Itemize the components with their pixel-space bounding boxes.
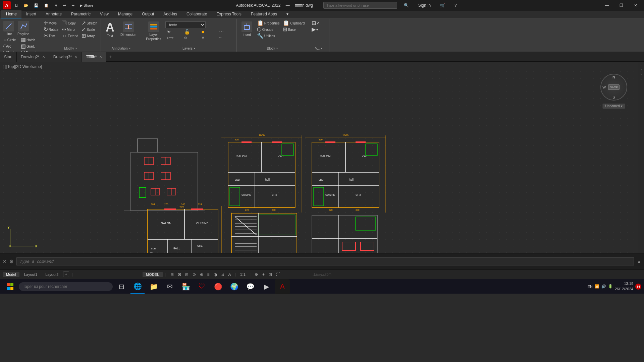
panel-arrow-2[interactable]: › <box>641 68 642 71</box>
taskbar-search[interactable] <box>19 282 113 291</box>
cmd-close-btn[interactable]: ✕ <box>3 259 7 264</box>
doc-tab-add[interactable]: + <box>106 54 115 60</box>
insert-btn[interactable]: Insert <box>239 20 255 38</box>
move-btn[interactable]: ✛Move <box>42 20 60 26</box>
tab-more[interactable]: ▾ <box>282 10 293 18</box>
tab-view[interactable]: View <box>95 10 113 18</box>
tab-collaborate[interactable]: Collaborate <box>182 10 212 18</box>
scale-btn[interactable]: ⤢Scale <box>80 26 99 33</box>
annotation-group-label[interactable]: Annotation ▾ <box>110 46 132 51</box>
panel-arrow-1[interactable]: › <box>641 63 642 67</box>
tab-insert[interactable]: Insert <box>21 10 41 18</box>
view-group-label[interactable]: V... ▾ <box>314 46 324 51</box>
copy-btn[interactable]: ⿻Copy <box>60 20 79 26</box>
groups-btn[interactable]: ⬡Groups <box>256 26 281 33</box>
base-btn[interactable]: ⊠Base <box>281 26 306 33</box>
taskbar-app1[interactable]: ▶ <box>259 279 274 294</box>
doc-tab-start[interactable]: Start <box>0 52 17 62</box>
scale-icon[interactable]: 1:1 <box>238 272 247 278</box>
panel-arrow-4[interactable]: › <box>641 77 642 81</box>
plot-btn[interactable]: 🖨 <box>53 3 59 8</box>
annotation-group-arrow[interactable]: ▾ <box>129 47 130 50</box>
trim-btn[interactable]: ✂Trim <box>42 33 60 39</box>
tab-expresstools[interactable]: Express Tools <box>212 10 246 18</box>
signin-btn[interactable]: Sign In <box>416 2 433 9</box>
mirror-btn[interactable]: ⇔Mirror <box>60 26 79 33</box>
utilities-btn[interactable]: 🔧Utilities <box>256 33 281 39</box>
layer-freeze2-btn[interactable]: ❄ <box>200 36 217 40</box>
undo-btn[interactable]: ↩ <box>62 3 67 8</box>
snap-icon[interactable]: ⊠ <box>176 272 182 278</box>
layout2-tab[interactable]: Layout2 <box>42 272 62 277</box>
layer-isolate-btn[interactable]: ⊙ <box>183 36 200 40</box>
layers-group-label[interactable]: Layers ▾ <box>181 46 197 51</box>
taskbar-battery[interactable]: 🔋 <box>608 284 613 289</box>
extend-btn[interactable]: ↔Extend <box>60 33 79 39</box>
modify-group-label[interactable]: Modify ▾ <box>63 46 78 51</box>
taskbar-mail[interactable]: ✉ <box>162 279 177 294</box>
transparency-icon[interactable]: ◑ <box>212 272 218 278</box>
ortho-icon[interactable]: ⊟ <box>184 272 190 278</box>
polar-icon[interactable]: ⊙ <box>191 272 197 278</box>
gradient-btn[interactable]: ▨ Grad. <box>19 43 38 49</box>
add-layout-btn[interactable]: + <box>63 272 69 277</box>
rotate-btn[interactable]: ↻Rotate <box>42 26 60 33</box>
line-btn[interactable]: Line <box>2 20 15 37</box>
layer-select[interactable]: texte <box>165 21 206 28</box>
close-active[interactable]: ✕ <box>99 55 102 59</box>
select-icon[interactable]: ⊿ <box>220 272 226 278</box>
save-btn[interactable]: 💾 <box>33 3 40 8</box>
cmd-arrow-btn[interactable]: ▲ <box>637 259 641 264</box>
minimize-btn[interactable]: — <box>601 1 613 10</box>
model-tab[interactable]: Model <box>3 272 19 277</box>
taskbar-browser2[interactable]: 🌍 <box>227 279 241 294</box>
close-drawing2[interactable]: ✕ <box>42 55 45 59</box>
grid-icon[interactable]: ⊞ <box>169 272 175 278</box>
circle-btn[interactable]: ○ Circle <box>2 37 19 43</box>
search-input[interactable] <box>323 2 397 9</box>
restore-btn[interactable]: ❐ <box>615 1 627 10</box>
taskbar-clock[interactable]: 13:19 26/12/2024 <box>615 281 633 292</box>
taskbar-acad[interactable]: A <box>275 279 290 294</box>
compass-back-btn[interactable]: BACK <box>608 84 620 90</box>
tab-featuredapps[interactable]: Featured Apps <box>246 10 282 18</box>
tab-addins[interactable]: Add-ins <box>159 10 182 18</box>
layout1-tab[interactable]: Layout1 <box>21 272 41 277</box>
taskbar-network[interactable]: 📶 <box>595 284 599 289</box>
view-btn1[interactable]: ⊟V... <box>310 20 327 26</box>
taskbar-sound[interactable]: 🔊 <box>601 284 606 289</box>
lineweight-icon[interactable]: ≡ <box>206 272 211 278</box>
taskbar-edge[interactable]: 🌐 <box>130 279 145 294</box>
annotate-icon[interactable]: A <box>227 272 232 278</box>
taskbar-notification[interactable]: 14 <box>635 284 641 290</box>
settings-icon[interactable]: ⚙ <box>253 272 260 278</box>
block-group-arrow[interactable]: ▾ <box>276 47 278 50</box>
clipboard-btn[interactable]: 📋Clipboard <box>281 20 306 26</box>
arc-btn[interactable]: ◜ Arc <box>2 43 19 49</box>
viewport-icon[interactable]: ⊡ <box>267 272 273 278</box>
view-btn2[interactable]: ▶▾ <box>310 26 327 33</box>
text-btn[interactable]: A Text <box>103 20 117 39</box>
compass-unnamed[interactable]: Unnamed ▾ <box>602 104 625 109</box>
properties-btn[interactable]: 📋Properties <box>256 20 281 26</box>
block-group-label[interactable]: Block ▾ <box>266 46 279 51</box>
layer-match-btn[interactable]: ≡⟶ <box>165 36 182 40</box>
plus-icon[interactable]: + <box>261 272 266 278</box>
view-group-arrow[interactable]: ▾ <box>321 47 322 50</box>
doc-tab-drawing3[interactable]: Drawing3* ✕ <box>49 52 82 62</box>
redo-btn[interactable]: ↪ <box>70 3 76 8</box>
share-btn[interactable]: ▶ Share <box>78 3 95 8</box>
open-btn[interactable]: 📂 <box>22 3 30 8</box>
layer-more2-btn[interactable]: ⋯ <box>218 36 234 40</box>
close-drawing3[interactable]: ✕ <box>74 55 77 59</box>
hatch-btn[interactable]: ▦ Hatch <box>19 37 38 43</box>
help-btn[interactable]: ? <box>452 2 460 9</box>
taskbar-taskview[interactable]: ⊟ <box>114 279 129 294</box>
tab-output[interactable]: Output <box>137 10 159 18</box>
new-btn[interactable]: 🗋 <box>13 3 20 8</box>
doc-tab-active[interactable]: fffffffh* ✕ <box>82 52 106 62</box>
viewport[interactable]: [-][Top][2D Wireframe] <box>0 62 644 253</box>
taskbar-store[interactable]: 🏪 <box>178 279 193 294</box>
tab-manage[interactable]: Manage <box>113 10 137 18</box>
layer-lock-btn[interactable]: 🔓 <box>183 29 200 35</box>
